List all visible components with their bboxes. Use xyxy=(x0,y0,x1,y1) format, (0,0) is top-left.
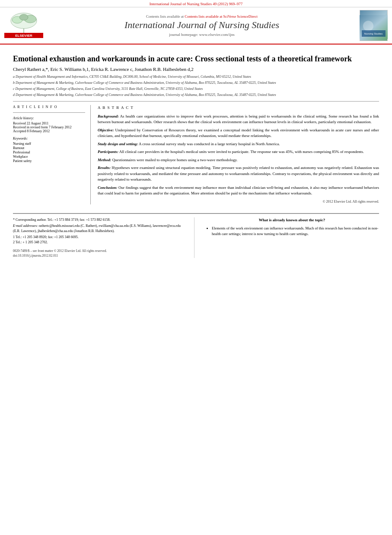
objective-text: Underpinned by Conservation of Resources… xyxy=(98,128,379,138)
abstract-results: Results: Hypotheses were examined using … xyxy=(98,165,379,183)
conclusion-tag: Conclusion: xyxy=(98,185,118,190)
elsevier-logo: ELSEVIER xyxy=(4,12,43,39)
keywords-label: Keywords: xyxy=(13,137,85,140)
affiliations: a Department of Health Management and In… xyxy=(13,74,379,98)
article-info-column: A R T I C L E I N F O Article history: R… xyxy=(13,105,91,204)
abstract-heading: A B S T R A C T xyxy=(98,105,379,111)
two-column-layout: A R T I C L E I N F O Article history: R… xyxy=(13,105,379,204)
keywords-block: Keywords: Nursing staff Burnout Professi… xyxy=(13,137,85,163)
email-label: E-mail addresses: xyxy=(13,224,38,228)
abstract-background: Background: As health care organizations… xyxy=(98,114,379,125)
abstract-objective: Objective: Underpinned by Conservation o… xyxy=(98,127,379,139)
footnote-1: 1 Tel.: +1 205 348 8920; fax: +1 205 348… xyxy=(13,235,187,240)
svg-text:Nursing Studies: Nursing Studies xyxy=(364,32,382,35)
doi-text: doi:10.1016/j.ijnurstu.2012.02.011 xyxy=(13,253,187,258)
svg-point-5 xyxy=(19,14,28,20)
abstract-conclusion: Conclusion: Our findings suggest that th… xyxy=(98,185,379,197)
email-text: rathertc@health.missouri.edu (C. Rathert… xyxy=(13,224,181,233)
header-center: Contents lists available at Contents lis… xyxy=(48,14,356,36)
history-label: Article history: xyxy=(13,116,85,120)
results-tag: Results: xyxy=(98,166,111,170)
received-revised-date: Received in revised form 7 February 2012 xyxy=(13,125,85,129)
corresponding-author: * Corresponding author. Tel.: +1 573 884… xyxy=(13,217,187,223)
email-addresses: E-mail addresses: rathertc@health.missou… xyxy=(13,223,187,234)
received-date: Received 22 August 2011 xyxy=(13,121,85,125)
issn-text: 0020-7489/$ – see front matter © 2012 El… xyxy=(13,248,187,253)
keyword-3: Professional xyxy=(13,150,85,154)
issn-line: 0020-7489/$ – see front matter © 2012 El… xyxy=(13,248,187,258)
keyword-5: Patient safety xyxy=(13,159,85,163)
footer-right: What is already known about the topic? E… xyxy=(203,217,379,258)
divider-info xyxy=(13,112,85,113)
participants-text: All clinical care providers in the hospi… xyxy=(119,150,364,154)
results-text: Hypotheses were examined using structura… xyxy=(98,166,379,182)
authors-line: Cheryl Rathert a,*, Eric S. Williams b,1… xyxy=(13,67,379,72)
accepted-date: Accepted 8 February 2012 xyxy=(13,129,85,133)
journal-citation: International Journal of Nursing Studies… xyxy=(0,0,392,7)
keyword-1: Nursing staff xyxy=(13,142,85,146)
abstract-method: Method: Questionnaires were mailed to em… xyxy=(98,157,379,163)
divider-1 xyxy=(13,101,379,102)
keyword-2: Burnout xyxy=(13,146,85,150)
svg-point-9 xyxy=(363,21,373,31)
participants-tag: Participants: xyxy=(98,150,118,154)
study-design-tag: Study design and setting: xyxy=(98,142,138,146)
journal-thumbnail: Nursing Studies xyxy=(360,10,388,41)
sciverse-line: Contents lists available at Contents lis… xyxy=(48,14,356,19)
main-content: Emotional exhaustion and workarounds in … xyxy=(0,45,392,209)
affiliation-b: b Department of Management & Marketing, … xyxy=(13,80,379,86)
method-tag: Method: xyxy=(98,158,112,162)
article-info-heading: A R T I C L E I N F O xyxy=(13,105,85,109)
article-title: Emotional exhaustion and workarounds in … xyxy=(13,54,379,64)
conclusion-text: Our findings suggest that the work envir… xyxy=(98,185,379,196)
footer-left: * Corresponding author. Tel.: +1 573 884… xyxy=(13,217,194,258)
abstract-study-design: Study design and setting: A cross sectio… xyxy=(98,141,379,147)
affiliation-c: c Department of Management, College of B… xyxy=(13,86,379,92)
study-design-text: A cross sectional survey study was condu… xyxy=(139,142,280,146)
affiliation-a: a Department of Health Management and In… xyxy=(13,74,379,80)
keyword-4: Workplace xyxy=(13,155,85,159)
journal-header: ELSEVIER Contents lists available at Con… xyxy=(0,7,392,45)
what-known-list: Elements of the work environment can inf… xyxy=(205,226,379,237)
journal-title: International Journal of Nursing Studies xyxy=(48,19,356,31)
sciverse-link[interactable]: Contents lists available at SciVerse Sci… xyxy=(185,14,258,19)
background-text: As health care organizations strive to i… xyxy=(98,114,379,124)
article-history-block: Article history: Received 22 August 2011… xyxy=(13,116,85,133)
method-text: Questionnaires were mailed to employee h… xyxy=(112,158,238,162)
abstract-column: A B S T R A C T Background: As health ca… xyxy=(98,105,379,204)
affiliation-d: d Department of Management & Marketing, … xyxy=(13,92,379,98)
journal-homepage: journal homepage: www.elsevier.com/ijns xyxy=(48,32,356,37)
background-tag: Background: xyxy=(98,114,119,118)
what-known-bullet-1: Elements of the work environment can inf… xyxy=(212,226,379,237)
footer-section: * Corresponding author. Tel.: +1 573 884… xyxy=(0,214,392,263)
objective-tag: Objective: xyxy=(98,128,114,132)
footnote-2: 2 Tel.: + 1 205 348 2702. xyxy=(13,240,187,245)
svg-text:ELSEVIER: ELSEVIER xyxy=(15,34,32,38)
citation-text: International Journal of Nursing Studies… xyxy=(150,2,243,6)
abstract-participants: Participants: All clinical care provider… xyxy=(98,149,379,155)
what-known-title: What is already known about the topic? xyxy=(205,217,379,223)
copyright-text: © 2012 Elsevier Ltd. All rights reserved… xyxy=(98,199,379,204)
authors-text: Cheryl Rathert a,*, Eric S. Williams b,1… xyxy=(13,67,194,72)
